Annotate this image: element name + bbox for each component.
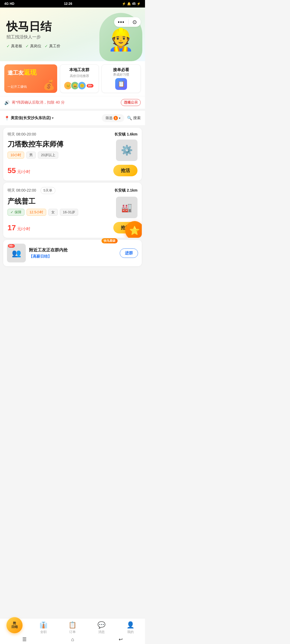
job2-tag-guarantee: ✓ 保障 xyxy=(8,209,24,216)
location-selector[interactable]: 📍 美宜佳(长安沙头东坊店) ▾ xyxy=(4,116,99,121)
job1-grab-button[interactable]: 抢活 xyxy=(113,165,137,176)
job2-thumbnail: 🏭 xyxy=(116,197,137,218)
filter-button[interactable]: 筛选 1 ▾ xyxy=(102,114,124,122)
avatar-3: 🙂 xyxy=(78,81,86,90)
alarm-icon: 🔔 xyxy=(127,2,131,6)
job2-price: 17 xyxy=(8,224,16,232)
invite-prefix: 邀工友 xyxy=(8,70,24,76)
badge-99-community: 99+ xyxy=(8,244,15,248)
app-subtitle: 招工找活快人一步 xyxy=(6,34,87,40)
job1-price-container: 55 元/小时 xyxy=(8,166,30,175)
filter-bar: 📍 美宜佳(长安沙头东坊店) ▾ 筛选 1 ▾ 🔍 搜索 xyxy=(0,111,145,126)
search-button[interactable]: 🔍 搜索 xyxy=(127,116,141,120)
filter-chevron-icon: ▾ xyxy=(119,116,121,120)
check-icon-2: ✓ xyxy=(26,44,29,49)
app-title: 快马日结 xyxy=(6,20,87,33)
community-title: 附近工友正在群内抢 xyxy=(29,247,117,253)
cnc-machine-icon: ⚙️ xyxy=(121,145,133,156)
community-thumb: 👥 99+ xyxy=(7,244,26,262)
community-banner[interactable]: 👥 99+ 附近工友正在群内抢 【高薪日结】 快马星级 进群 xyxy=(3,240,142,266)
notice-text: 蒋*伟因确认后取消，扣除 40 分 xyxy=(12,100,65,105)
job2-title: 产线普工 xyxy=(8,197,113,206)
hd-badge: HD xyxy=(10,2,14,6)
job2-location: 长安镇 2.1km xyxy=(114,188,137,193)
local-group-sub: 高价日结推荐 xyxy=(70,74,89,78)
filter-count-badge: 1 xyxy=(114,116,118,120)
job2-price-container: 17 元/小时 xyxy=(8,224,30,232)
divider xyxy=(128,20,129,24)
job2-days-badge: 5天单 xyxy=(41,187,55,194)
factory-icon: 🏭 xyxy=(121,202,132,213)
local-group-banner[interactable]: 本地工友群 高价日结推荐 😊 😄 🙂 99+ xyxy=(60,64,99,93)
search-label: 搜索 xyxy=(133,116,141,120)
job2-tag-gender: 女 xyxy=(48,209,58,216)
signal-icon: 4G xyxy=(4,2,9,6)
money-bag-icon: 💰 xyxy=(43,79,55,91)
status-bar: 4G HD 12:26 ⚡ 🔔 45 ⚡ xyxy=(0,0,145,8)
community-photo-icon: 👥 xyxy=(12,249,21,258)
join-group-button[interactable]: 进群 xyxy=(120,248,138,258)
hero-tag-price: ✓ 真工价 xyxy=(45,44,60,49)
community-subtitle: 【高薪日结】 xyxy=(29,254,117,259)
filter-label: 筛选 xyxy=(106,116,113,120)
time-display: 12:26 xyxy=(64,2,72,6)
delivery-person-icon: 👷 xyxy=(107,27,134,52)
star-badge: 快马星级 xyxy=(102,238,118,243)
return-text: 返现 xyxy=(24,69,37,76)
more-options-button[interactable]: ••• xyxy=(118,19,125,25)
invite-banner[interactable]: 邀工友返现 一起开工赚钱 💰 xyxy=(4,64,57,93)
bluetooth-icon: ⚡ xyxy=(122,2,126,6)
bolt-icon: ⚡ xyxy=(137,2,141,6)
job2-price-unit: 元/小时 xyxy=(17,226,30,231)
job1-price: 55 xyxy=(8,166,16,175)
hero-section: ••• ⊙ 快马日结 招工找活快人一步 ✓ 真老板 ✓ 真岗位 ✓ 真工价 👷 xyxy=(0,8,145,61)
job1-tag-age: 20岁以上 xyxy=(38,152,58,159)
top-bar: ••• ⊙ xyxy=(110,15,145,29)
guide-banner[interactable]: 接单必看 养成好习惯 📋 xyxy=(102,64,141,93)
badge-99-local: 99+ xyxy=(87,84,93,87)
location-text: 美宜佳(长安沙头东坊店) xyxy=(11,116,51,120)
job2-time: 明天 08:00-22:00 xyxy=(8,188,36,193)
job-card-1[interactable]: 明天 08:00-20:00 长安镇 1.6km 刀塔数控车床师傅 10小时 男… xyxy=(3,128,142,181)
community-text-area: 附近工友正在群内抢 【高薪日结】 xyxy=(29,247,117,259)
job2-tag-age: 16-31岁 xyxy=(60,209,78,216)
guide-sub: 养成好习惯 xyxy=(113,72,129,77)
hero-tag-position: ✓ 真岗位 xyxy=(26,44,41,49)
job1-price-unit: 元/小时 xyxy=(17,169,30,174)
job1-tag-hours: 10小时 xyxy=(8,152,24,159)
job1-location: 长安镇 1.6km xyxy=(114,132,137,137)
check-icon-1: ✓ xyxy=(6,44,10,49)
violation-badge[interactable]: 违规公示 xyxy=(121,99,141,106)
floating-star-decoration: ⭐ xyxy=(125,221,142,238)
notice-bar: 🔊 蒋*伟因确认后取消，扣除 40 分 违规公示 xyxy=(0,96,145,109)
book-icon: 📋 xyxy=(115,78,127,90)
camera-button[interactable]: ⊙ xyxy=(132,19,137,25)
job1-tag-gender: 男 xyxy=(26,152,36,159)
hero-tag-boss: ✓ 真老板 xyxy=(6,44,22,49)
job1-time: 明天 08:00-20:00 xyxy=(8,132,36,137)
job2-tag-hours: 12.5小时 xyxy=(27,209,46,216)
search-icon: 🔍 xyxy=(127,116,132,120)
check-icon-3: ✓ xyxy=(45,44,48,49)
job-card-2[interactable]: 明天 08:00-22:00 5天单 长安镇 2.1km 产线普工 ✓ 保障 1… xyxy=(3,183,142,238)
battery-icon: 45 xyxy=(132,2,136,6)
guide-title: 接单必看 xyxy=(113,67,129,72)
speaker-icon: 🔊 xyxy=(4,100,10,105)
job1-thumbnail: ⚙️ xyxy=(116,140,137,161)
banner-section: 邀工友返现 一起开工赚钱 💰 本地工友群 高价日结推荐 😊 😄 🙂 99+ 接单… xyxy=(0,61,145,96)
avatar-group: 😊 😄 🙂 99+ xyxy=(65,81,93,90)
chevron-down-icon: ▾ xyxy=(52,116,53,120)
location-icon: 📍 xyxy=(4,116,10,121)
job1-title: 刀塔数控车床师傅 xyxy=(8,140,113,149)
local-group-title: 本地工友群 xyxy=(69,67,89,72)
